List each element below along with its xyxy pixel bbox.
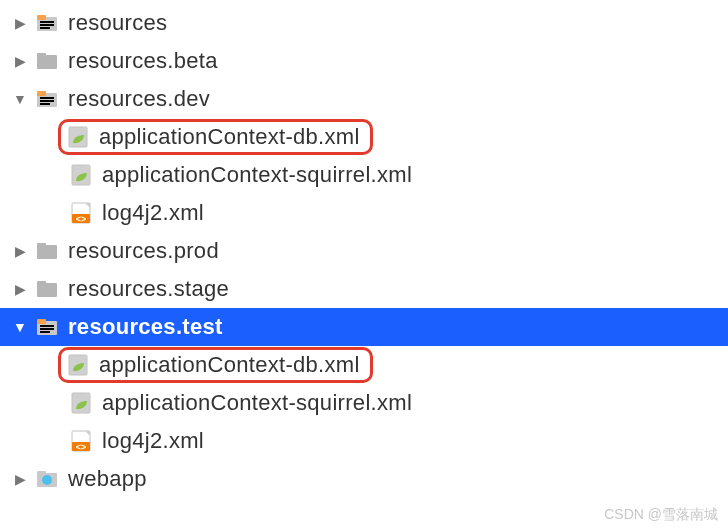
svg-point-39 xyxy=(42,475,52,485)
tree-item-label: resources.test xyxy=(68,314,223,340)
spring-config-file-icon xyxy=(68,162,94,188)
resources-folder-icon xyxy=(34,314,60,340)
xml-file-icon: <> xyxy=(68,428,94,454)
tree-item-label: applicationContext-db.xml xyxy=(99,352,360,378)
folder-icon xyxy=(34,48,60,74)
tree-item-label: log4j2.xml xyxy=(102,428,204,454)
tree-item-resources-dev[interactable]: ▼ resources.dev xyxy=(0,80,728,118)
svg-rect-8 xyxy=(37,91,46,96)
tree-item-dev-app-db[interactable]: applicationContext-db.xml xyxy=(0,118,728,156)
svg-rect-23 xyxy=(37,281,46,286)
tree-item-dev-log4j2[interactable]: <> log4j2.xml xyxy=(0,194,728,232)
tree-item-label: resources.stage xyxy=(68,276,229,302)
svg-rect-6 xyxy=(37,53,46,58)
svg-rect-4 xyxy=(40,27,50,29)
project-tree: ▶ resources ▶ resources.beta ▼ resources… xyxy=(0,0,728,498)
expand-arrow-icon[interactable]: ▶ xyxy=(6,471,34,487)
tree-item-resources-beta[interactable]: ▶ resources.beta xyxy=(0,42,728,80)
svg-rect-25 xyxy=(37,319,46,324)
tree-item-label: applicationContext-squirrel.xml xyxy=(102,390,412,416)
svg-rect-2 xyxy=(40,21,54,23)
svg-rect-38 xyxy=(37,471,46,476)
svg-rect-9 xyxy=(40,97,54,99)
svg-rect-21 xyxy=(37,243,46,248)
tree-item-label: webapp xyxy=(68,466,147,492)
tree-item-dev-app-squirrel[interactable]: applicationContext-squirrel.xml xyxy=(0,156,728,194)
tree-item-resources-test[interactable]: ▼ resources.test xyxy=(0,308,728,346)
tree-item-label: applicationContext-squirrel.xml xyxy=(102,162,412,188)
tree-item-label: resources.beta xyxy=(68,48,218,74)
tree-item-test-app-db[interactable]: applicationContext-db.xml xyxy=(0,346,728,384)
tree-item-label: log4j2.xml xyxy=(102,200,204,226)
tree-item-label: applicationContext-db.xml xyxy=(99,124,360,150)
collapse-arrow-icon[interactable]: ▼ xyxy=(6,91,34,107)
expand-arrow-icon[interactable]: ▶ xyxy=(6,281,34,297)
tree-item-label: resources.prod xyxy=(68,238,219,264)
tree-item-test-log4j2[interactable]: <> log4j2.xml xyxy=(0,422,728,460)
svg-rect-11 xyxy=(40,103,50,105)
spring-config-file-icon xyxy=(68,390,94,416)
spring-config-file-icon xyxy=(65,124,91,150)
resources-folder-icon xyxy=(34,86,60,112)
highlight-annotation: applicationContext-db.xml xyxy=(58,347,373,383)
svg-rect-27 xyxy=(40,328,54,330)
tree-item-webapp[interactable]: ▶ webapp xyxy=(0,460,728,498)
folder-icon xyxy=(34,238,60,264)
highlight-annotation: applicationContext-db.xml xyxy=(58,119,373,155)
expand-arrow-icon[interactable]: ▶ xyxy=(6,53,34,69)
tree-item-test-app-squirrel[interactable]: applicationContext-squirrel.xml xyxy=(0,384,728,422)
expand-arrow-icon[interactable]: ▶ xyxy=(6,243,34,259)
collapse-arrow-icon[interactable]: ▼ xyxy=(6,319,34,335)
xml-file-icon: <> xyxy=(68,200,94,226)
svg-text:<>: <> xyxy=(76,214,87,224)
svg-rect-1 xyxy=(37,15,46,20)
svg-rect-3 xyxy=(40,24,54,26)
tree-item-resources-stage[interactable]: ▶ resources.stage xyxy=(0,270,728,308)
svg-rect-10 xyxy=(40,100,54,102)
tree-item-label: resources xyxy=(68,10,167,36)
folder-icon xyxy=(34,276,60,302)
svg-rect-28 xyxy=(40,331,50,333)
webapp-folder-icon xyxy=(34,466,60,492)
tree-item-resources-prod[interactable]: ▶ resources.prod xyxy=(0,232,728,270)
tree-item-label: resources.dev xyxy=(68,86,210,112)
watermark-text: CSDN @雪落南城 xyxy=(604,506,718,524)
resources-folder-icon xyxy=(34,10,60,36)
svg-rect-26 xyxy=(40,325,54,327)
spring-config-file-icon xyxy=(65,352,91,378)
tree-item-resources[interactable]: ▶ resources xyxy=(0,4,728,42)
expand-arrow-icon[interactable]: ▶ xyxy=(6,15,34,31)
svg-text:<>: <> xyxy=(76,442,87,452)
